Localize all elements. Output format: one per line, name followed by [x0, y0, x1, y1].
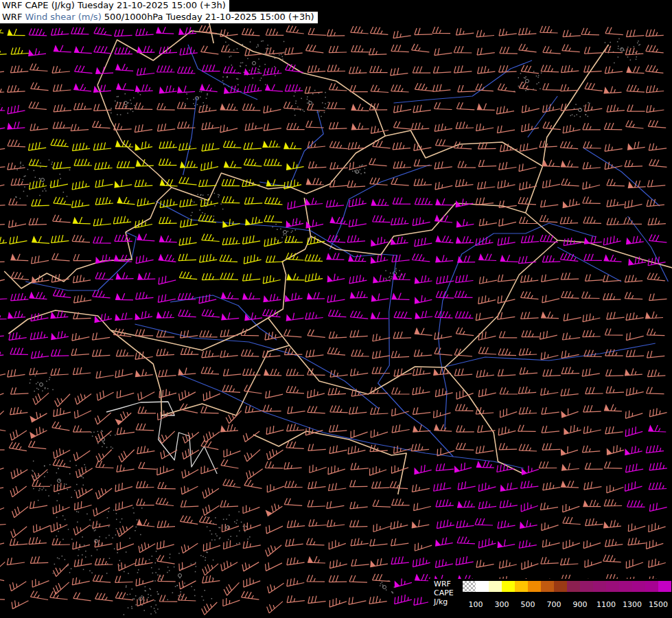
legend-swatch [489, 581, 502, 592]
wind-barb [220, 255, 237, 262]
wind-barb [308, 518, 327, 526]
wind-barb [51, 444, 70, 458]
wind-barb [561, 179, 580, 186]
wind-barb [627, 66, 645, 73]
wind-barb [30, 331, 48, 340]
wind-barb [180, 515, 198, 524]
wind-barb [351, 122, 369, 130]
wind-barb [52, 481, 71, 492]
wind-barb [329, 46, 347, 53]
wind-barb [202, 233, 220, 241]
wind-barb [326, 253, 344, 260]
wind-barb [391, 178, 410, 186]
legend-tick-label: 100 [469, 600, 483, 609]
wind-barb [178, 27, 196, 34]
wind-barb [496, 310, 515, 319]
wind-barb [475, 518, 493, 525]
wind-barb [519, 444, 537, 451]
wind-barb [263, 122, 281, 130]
wind-barb [518, 538, 537, 548]
wind-barb [498, 27, 517, 36]
wind-barb [7, 121, 25, 129]
wind-barb [220, 273, 238, 279]
wind-barb [627, 536, 646, 545]
wind-barb [371, 84, 389, 92]
wind-barb [649, 293, 667, 301]
wind-barb [74, 463, 93, 478]
wind-barb [159, 84, 177, 93]
wind-barb [347, 444, 365, 454]
wind-barb [53, 389, 70, 407]
wind-barb [519, 43, 537, 52]
wind-barb [520, 122, 539, 132]
wind-barb [347, 595, 366, 605]
wind-barb [413, 275, 432, 284]
wind-barb [264, 520, 283, 534]
wind-barb [91, 331, 110, 340]
wind-barb [8, 218, 26, 228]
wind-barb [286, 519, 305, 527]
wind-barb [265, 480, 284, 492]
wind-barb [221, 459, 240, 468]
wind-barb [158, 482, 176, 489]
wind-barb [10, 47, 29, 54]
wind-barb [647, 556, 666, 567]
wind-barb [604, 499, 622, 506]
wind-barb [540, 501, 558, 510]
wind-barb [115, 272, 133, 279]
wind-barb [0, 518, 6, 526]
wind-barb [180, 464, 198, 478]
wind-barb [114, 29, 132, 36]
wind-barb [329, 141, 348, 148]
wind-barb [520, 367, 538, 374]
wind-barb [648, 501, 667, 511]
wind-barb [393, 593, 412, 604]
wind-barb [393, 331, 411, 338]
wind-barb [73, 592, 92, 601]
wind-barb [645, 29, 663, 36]
wind-barb [95, 558, 113, 565]
wind-barb [115, 140, 133, 147]
wind-barb [561, 160, 579, 167]
wind-barb [0, 86, 4, 93]
wind-barb [539, 461, 557, 468]
wind-barb [244, 479, 263, 489]
wind-barb [348, 159, 367, 170]
wind-barb [29, 159, 47, 166]
wind-barb [134, 556, 152, 566]
wind-barb [91, 502, 110, 516]
wind-barb [0, 198, 5, 206]
wind-barb [113, 122, 131, 130]
wind-barb [369, 595, 387, 604]
wind-barb [647, 217, 666, 225]
wind-barb [646, 350, 664, 358]
wind-barb [648, 141, 667, 150]
wind-barb [477, 481, 496, 492]
wind-barb [475, 196, 494, 205]
wind-barb [371, 312, 389, 319]
wind-barb [94, 253, 113, 264]
wind-barb [116, 426, 135, 435]
wind-barb [583, 236, 602, 244]
wind-barb [263, 557, 282, 571]
wind-barb [627, 141, 645, 150]
wind-barb [518, 197, 536, 205]
wind-barb [327, 347, 346, 356]
wind-barb [9, 521, 27, 538]
wind-barb [93, 121, 111, 128]
wind-barb [73, 499, 92, 510]
wind-barb [581, 28, 599, 35]
weather-map-canvas: WRF CAPE (J/kg) Tuesday 21-10-2025 15:00… [0, 0, 672, 618]
wind-barb [72, 235, 91, 242]
wind-barb [242, 273, 260, 281]
wind-barb [434, 387, 452, 397]
wind-barb [93, 142, 111, 150]
wind-barb [454, 556, 473, 565]
wind-barb [582, 424, 601, 434]
wind-barb [647, 520, 666, 532]
wind-barb [542, 481, 560, 490]
wind-barb [328, 310, 346, 317]
wind-barb [454, 348, 473, 356]
wind-barb [117, 161, 135, 168]
wind-barb [392, 141, 410, 150]
